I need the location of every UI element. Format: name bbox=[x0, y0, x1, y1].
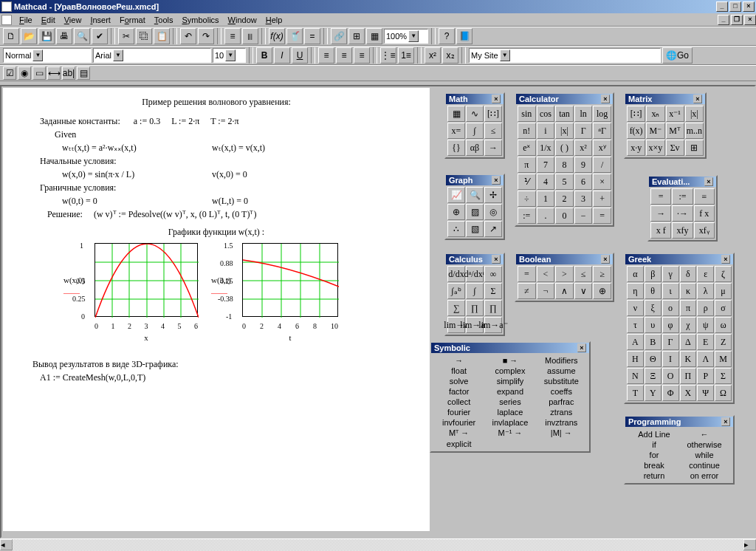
palette-button[interactable]: < bbox=[537, 266, 555, 282]
greek-palette[interactable]: Greek× αβγδεζηθικλμνξοπρστυφχψωΑΒΓΔΕΖΗΘΙ… bbox=[624, 253, 735, 404]
close-button[interactable]: × bbox=[743, 1, 755, 12]
palette-button[interactable]: Φ bbox=[662, 385, 679, 401]
menu-symbolics[interactable]: Symbolics bbox=[177, 14, 223, 26]
palette-button[interactable]: Δ bbox=[680, 334, 697, 350]
save-button[interactable]: 💾 bbox=[38, 28, 55, 44]
palette-button[interactable]: 7 bbox=[537, 157, 555, 173]
style-combo[interactable]: Normal ▼ bbox=[3, 48, 92, 63]
palette-button[interactable]: ∫ bbox=[466, 283, 484, 299]
palette-button[interactable]: sin bbox=[518, 106, 536, 122]
palette-button[interactable]: xₙ bbox=[646, 106, 664, 122]
palette-button[interactable]: xfy bbox=[672, 222, 693, 239]
symbolic-item[interactable]: laplace bbox=[487, 408, 533, 417]
palette-button[interactable]: β bbox=[645, 266, 662, 282]
palette-button[interactable]: dⁿ/dxⁿ bbox=[466, 266, 484, 282]
palette-button[interactable]: Χ bbox=[680, 385, 697, 401]
palette-button[interactable]: / bbox=[593, 157, 611, 173]
programming-item[interactable]: continue bbox=[681, 461, 727, 470]
palette-button[interactable]: x×y bbox=[646, 140, 664, 156]
palette-button[interactable]: 2 bbox=[555, 191, 574, 207]
palette-button[interactable]: ∏ bbox=[466, 300, 484, 316]
palette-button[interactable]: ⅟ bbox=[518, 174, 536, 190]
palette-button[interactable]: m..n bbox=[685, 123, 704, 139]
symbolic-item[interactable]: |M| → bbox=[538, 428, 585, 438]
palette-button[interactable]: ≡ bbox=[694, 188, 715, 205]
symbolic-item[interactable]: invlaplace bbox=[487, 418, 533, 427]
programming-item[interactable]: Add Line bbox=[631, 430, 677, 439]
cut-button[interactable]: ✂ bbox=[118, 28, 134, 44]
font-combo[interactable]: Arial ▼ bbox=[93, 48, 211, 63]
programming-item[interactable]: return bbox=[631, 471, 677, 480]
palette-button[interactable]: × bbox=[593, 174, 611, 190]
palette-button[interactable]: γ bbox=[662, 266, 679, 282]
palette-button[interactable]: Mᵀ bbox=[666, 123, 684, 139]
palette-button[interactable]: := bbox=[672, 188, 693, 205]
math-palette[interactable]: Math× ▦∿[∷] x=∫≤ {}αβ→ bbox=[444, 92, 505, 159]
palette-button[interactable]: := bbox=[518, 208, 536, 224]
align2-button[interactable]: ⫼ bbox=[242, 28, 258, 44]
palette-button[interactable]: + bbox=[593, 191, 611, 207]
textbox-tool[interactable]: ab| bbox=[62, 66, 75, 80]
symbolic-item[interactable]: M⁻¹ → bbox=[487, 428, 533, 438]
contour-plot-icon[interactable]: ◎ bbox=[484, 204, 502, 220]
palette-button[interactable]: φ bbox=[662, 317, 679, 333]
palette-button[interactable]: ⁿΓ bbox=[593, 123, 611, 139]
size-combo[interactable]: 10 ▼ bbox=[213, 48, 246, 63]
symbolic-item[interactable]: invztrans bbox=[538, 418, 585, 427]
palette-button[interactable]: f x bbox=[694, 205, 715, 222]
numbering-button[interactable]: 1≡ bbox=[398, 47, 414, 64]
palette-button[interactable]: Σ bbox=[715, 368, 732, 384]
palette-button[interactable]: ω bbox=[715, 317, 732, 333]
symbolic-item[interactable]: → bbox=[436, 356, 482, 365]
preview-button[interactable]: 🔍 bbox=[74, 28, 90, 44]
close-icon[interactable]: × bbox=[601, 95, 610, 103]
italic-button[interactable]: I bbox=[274, 47, 290, 64]
symbolic-palette[interactable]: Symbolic× →■ →Modifiersfloatcomplexassum… bbox=[430, 341, 591, 453]
bold-button[interactable]: B bbox=[256, 47, 272, 64]
palette-button[interactable]: Γ bbox=[574, 123, 593, 139]
palette-button[interactable]: 4 bbox=[537, 174, 555, 190]
palette-button[interactable]: x² bbox=[574, 140, 593, 156]
palette-button[interactable]: χ bbox=[680, 317, 697, 333]
close-icon[interactable]: × bbox=[492, 255, 501, 264]
symbolic-item[interactable]: factor bbox=[436, 387, 482, 396]
programming-item[interactable]: break bbox=[631, 461, 677, 470]
palette-button[interactable]: Υ bbox=[645, 385, 662, 401]
mdi-restore-button[interactable]: ❐ bbox=[731, 15, 743, 25]
surface-plot-icon[interactable]: ▨ bbox=[466, 204, 484, 220]
align-center-button[interactable]: ≡ bbox=[336, 47, 352, 64]
palette-button[interactable]: ÷ bbox=[518, 191, 536, 207]
close-icon[interactable]: × bbox=[721, 255, 730, 264]
palette-button[interactable]: |x| bbox=[555, 123, 574, 139]
symbolic-item[interactable]: solve bbox=[436, 377, 482, 386]
menu-insert[interactable]: Insert bbox=[86, 14, 115, 26]
programming-item[interactable]: on error bbox=[681, 471, 727, 480]
align-button[interactable]: ≡ bbox=[224, 28, 241, 44]
palette-button[interactable]: ο bbox=[662, 300, 679, 316]
graph-palette[interactable]: Graph× 📈🔍✢ ⊕▨◎ ∴▧↗ bbox=[444, 174, 505, 240]
radio-tool[interactable]: ◉ bbox=[18, 66, 31, 80]
palette-button[interactable]: [∷] bbox=[627, 106, 645, 122]
menu-help[interactable]: Help bbox=[261, 14, 287, 26]
palette-button[interactable]: π bbox=[680, 300, 697, 316]
palette-button[interactable]: Τ bbox=[627, 385, 644, 401]
component-button[interactable]: 🔗 bbox=[331, 28, 347, 44]
scatter3d-icon[interactable]: ∴ bbox=[447, 221, 465, 237]
palette-button[interactable]: ψ bbox=[697, 317, 714, 333]
palette-button[interactable]: tan bbox=[555, 106, 574, 122]
palette-button[interactable]: 1/x bbox=[537, 140, 555, 156]
zoom-combo[interactable]: 100% ▼ bbox=[384, 29, 428, 44]
symbolic-item[interactable]: invfourier bbox=[436, 418, 482, 427]
sub-button[interactable]: x₂ bbox=[442, 47, 458, 64]
symbolic-item[interactable]: substitute bbox=[538, 377, 585, 386]
close-icon[interactable]: × bbox=[601, 255, 610, 264]
chart-1[interactable] bbox=[94, 243, 198, 317]
symbolic-item[interactable]: assume bbox=[538, 366, 585, 375]
palette-button[interactable]: ( ) bbox=[555, 140, 574, 156]
palette-button[interactable]: x·y bbox=[627, 140, 645, 156]
matrix-palette[interactable]: Matrix× [∷]xₙx⁻¹|x|f(x)M⁻Mᵀm..nx·yx×yΣv⊞ bbox=[624, 92, 707, 159]
calculator-palette[interactable]: Calculator× sincostanlnlogn!i|x|ΓⁿΓeˣ1/x… bbox=[515, 92, 614, 227]
evaluation-palette[interactable]: Evaluati...× =:=≡→·→f xx fxfyxfᵧ bbox=[647, 175, 718, 242]
palette-button[interactable]: Ν bbox=[627, 368, 644, 384]
math-prog-icon[interactable]: {} bbox=[447, 140, 465, 156]
